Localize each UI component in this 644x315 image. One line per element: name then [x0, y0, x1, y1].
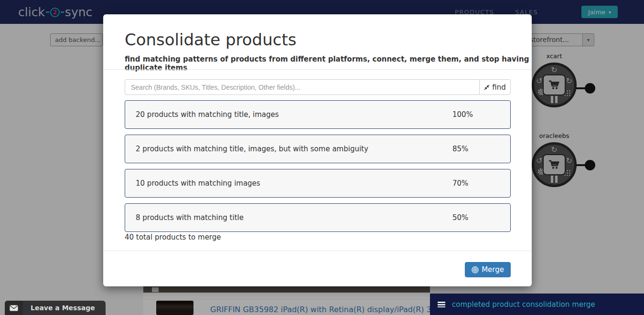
envelope-icon-box	[5, 301, 23, 315]
match-group-percent: 70%	[452, 179, 468, 188]
find-button-label: find	[492, 83, 505, 92]
compress-icon	[484, 84, 490, 90]
screen: click 2 sync PRODUCTS SALES Jaime ▾ add …	[0, 0, 644, 315]
chat-widget[interactable]: Leave a Message	[5, 301, 106, 315]
match-group-percent: 50%	[452, 213, 468, 222]
merge-button[interactable]: Merge	[465, 262, 511, 277]
match-group-label: 20 products with matching title, images	[136, 110, 279, 119]
merge-button-label: Merge	[482, 265, 504, 274]
list-icon	[438, 302, 445, 307]
chat-widget-label: Leave a Message	[23, 304, 106, 312]
match-group-list: 20 products with matching title, images …	[125, 100, 511, 238]
match-group-row[interactable]: 10 products with matching images 70%	[125, 169, 511, 198]
match-group-percent: 100%	[452, 110, 473, 119]
envelope-icon	[10, 305, 18, 311]
footer-divider	[103, 251, 532, 251]
bullseye-icon	[472, 266, 479, 273]
notification-text: completed product consolidation merge	[452, 300, 595, 309]
find-button[interactable]: find	[479, 79, 511, 95]
modal-title: Consolidate products	[125, 30, 296, 49]
search-input[interactable]	[125, 79, 480, 95]
match-group-label: 8 products with matching title	[136, 213, 244, 222]
match-group-row[interactable]: 20 products with matching title, images …	[125, 100, 511, 129]
match-group-row[interactable]: 2 products with matching title, images, …	[125, 135, 511, 163]
match-group-percent: 85%	[452, 145, 468, 153]
total-products-text: 40 total products to merge	[125, 233, 221, 242]
match-group-label: 10 products with matching images	[136, 179, 260, 188]
search-group: find	[125, 79, 511, 95]
match-group-row[interactable]: 8 products with matching title 50%	[125, 203, 511, 232]
header-divider	[103, 69, 532, 70]
match-group-label: 2 products with matching title, images, …	[136, 145, 368, 153]
notification-bar[interactable]: completed product consolidation merge	[430, 294, 644, 315]
consolidate-products-modal: Consolidate products find matching patte…	[103, 14, 532, 286]
